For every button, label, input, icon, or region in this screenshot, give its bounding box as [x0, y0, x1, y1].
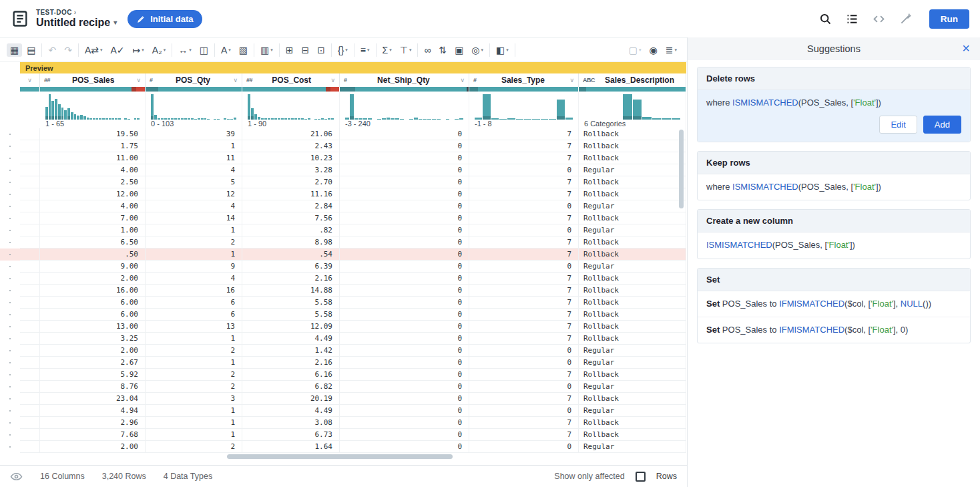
table-row[interactable]: 2.6712.1600Regular [20, 357, 686, 369]
close-icon[interactable]: × [962, 40, 970, 56]
row-select-cell[interactable] [20, 369, 40, 380]
table-row[interactable]: 9.0096.3900Regular [20, 261, 686, 273]
column-header-Net_Ship_Qty[interactable]: #Net_Ship_Qty∨ [340, 73, 469, 87]
cell-POS_Qty[interactable]: 1 [146, 429, 242, 440]
table-row[interactable]: 2.0042.1607Rollback [20, 273, 686, 285]
cell-Sales_Description[interactable]: Rollback [579, 176, 686, 188]
row-select-cell[interactable] [20, 393, 40, 404]
cell-Net_Ship_Qty[interactable]: 0 [340, 333, 469, 344]
row-select-cell[interactable] [20, 309, 40, 320]
cell-Sales_Description[interactable]: Regular [579, 261, 686, 272]
row-select-cell[interactable] [20, 212, 40, 224]
cell-Sales_Type[interactable]: 7 [469, 297, 579, 308]
cell-POS_Cost[interactable]: 3.08 [242, 417, 340, 428]
cell-POS_Qty[interactable]: 3 [146, 393, 242, 404]
histogram-POS_Qty[interactable]: 0 - 103 [146, 92, 242, 128]
cell-Sales_Description[interactable]: Rollback [579, 236, 686, 248]
cell-POS_Qty[interactable]: 4 [146, 164, 242, 176]
cell-POS_Cost[interactable]: 2.84 [242, 200, 340, 212]
column-menu-icon[interactable]: ∨ [136, 77, 141, 84]
column-header-Sales_Type[interactable]: #Sales_Type∨ [469, 73, 579, 87]
cell-Sales_Description[interactable]: Regular [579, 357, 686, 368]
row-select-cell[interactable] [20, 164, 40, 176]
cell-POS_Sales[interactable]: 4.00 [40, 200, 146, 212]
suggestion-item[interactable]: where ISMISMATCHED(POS_Sales, ['Float'])… [698, 90, 970, 142]
cell-Sales_Type[interactable]: 7 [469, 128, 579, 140]
cell-POS_Cost[interactable]: 6.39 [242, 261, 340, 272]
target-button[interactable]: ◎▾ [468, 43, 487, 57]
table-row[interactable]: 6.0065.5807Rollback [20, 297, 686, 309]
cell-Sales_Description[interactable]: Rollback [579, 152, 686, 164]
histogram-Sales_Description[interactable]: 6 Categories [579, 92, 686, 128]
row-select-cell[interactable] [20, 236, 40, 248]
row-select-cell[interactable] [20, 297, 40, 308]
cell-Net_Ship_Qty[interactable]: 0 [340, 164, 469, 176]
cell-Net_Ship_Qty[interactable]: 0 [340, 381, 469, 392]
eye-icon[interactable] [10, 470, 23, 483]
cell-POS_Sales[interactable]: 5.92 [40, 369, 146, 380]
column-header-POS_Qty[interactable]: #POS_Qty∨ [146, 73, 242, 87]
cell-Sales_Description[interactable]: Regular [579, 405, 686, 416]
row-select-cell[interactable] [20, 285, 40, 296]
cell-POS_Cost[interactable]: 4.49 [242, 405, 340, 416]
cell-POS_Qty[interactable]: 1 [146, 249, 242, 260]
row-select-cell[interactable] [20, 176, 40, 188]
cell-Sales_Type[interactable]: 0 [469, 405, 579, 416]
row-select-cell[interactable] [20, 321, 40, 332]
cell-POS_Sales[interactable]: 23.04 [40, 393, 146, 404]
cell-POS_Cost[interactable]: 5.58 [242, 309, 340, 320]
cell-Sales_Type[interactable]: 7 [469, 212, 579, 224]
cell-Sales_Description[interactable]: Rollback [579, 285, 686, 296]
cell-Net_Ship_Qty[interactable]: 0 [340, 357, 469, 368]
cell-Sales_Description[interactable]: Rollback [579, 128, 686, 140]
cell-POS_Cost[interactable]: 8.98 [242, 236, 340, 248]
cell-Sales_Description[interactable]: Rollback [579, 369, 686, 380]
vertical-scrollbar[interactable] [679, 130, 684, 208]
cell-Net_Ship_Qty[interactable]: 0 [340, 369, 469, 380]
table-row[interactable]: 2.9613.0807Rollback [20, 417, 686, 429]
cell-POS_Qty[interactable]: 1 [146, 140, 242, 152]
rows-checkbox[interactable] [636, 472, 646, 482]
cell-POS_Cost[interactable]: 2.70 [242, 176, 340, 188]
row-select-cell[interactable] [20, 381, 40, 392]
cell-POS_Cost[interactable]: 20.19 [242, 393, 340, 404]
cell-POS_Cost[interactable]: 2.16 [242, 273, 340, 284]
cell-Net_Ship_Qty[interactable]: 0 [340, 345, 469, 356]
table-row[interactable]: 4.0042.8400Regular [20, 200, 686, 212]
table-row[interactable]: 2.5052.7007Rollback [20, 176, 686, 188]
cell-Sales_Type[interactable]: 7 [469, 285, 579, 296]
suggestion-item[interactable]: ISMISMATCHED(POS_Sales, ['Float']) [698, 232, 970, 258]
split-column-button[interactable]: ↔▾ [175, 43, 195, 57]
cell-POS_Qty[interactable]: 11 [146, 152, 242, 164]
insert-column-button[interactable]: ⊞ [282, 43, 297, 57]
cell-POS_Sales[interactable]: 9.00 [40, 261, 146, 272]
cell-Net_Ship_Qty[interactable]: 0 [340, 261, 469, 272]
cell-POS_Sales[interactable]: 2.50 [40, 176, 146, 188]
cell-POS_Cost[interactable]: 1.64 [242, 441, 340, 452]
cell-POS_Qty[interactable]: 1 [146, 405, 242, 416]
row-select-cell[interactable] [20, 273, 40, 284]
cell-POS_Qty[interactable]: 9 [146, 261, 242, 272]
cell-Sales_Type[interactable]: 0 [469, 345, 579, 356]
cell-Sales_Description[interactable]: Rollback [579, 417, 686, 428]
cell-Sales_Description[interactable]: Rollback [579, 273, 686, 284]
cell-Sales_Type[interactable]: 7 [469, 309, 579, 320]
quality-bar-Sales_Type[interactable] [469, 87, 579, 92]
cell-POS_Cost[interactable]: 4.49 [242, 333, 340, 344]
cell-POS_Sales[interactable]: 8.76 [40, 381, 146, 392]
page-title[interactable]: Untitled recipe▾ [36, 17, 117, 29]
cell-Net_Ship_Qty[interactable]: 0 [340, 224, 469, 236]
replace-values-button[interactable]: A⇄▾ [81, 43, 106, 57]
table-row[interactable]: 13.001312.0907Rollback [20, 321, 686, 333]
cell-POS_Cost[interactable]: 11.16 [242, 188, 340, 200]
filter-rows-button[interactable]: ≡▾ [357, 43, 373, 57]
cell-POS_Qty[interactable]: 14 [146, 212, 242, 224]
wand-icon[interactable] [899, 11, 913, 26]
edit-button[interactable]: Edit [879, 116, 917, 134]
select-all-header[interactable]: ∨ [20, 73, 40, 87]
cell-POS_Sales[interactable]: 4.00 [40, 164, 146, 176]
cell-POS_Sales[interactable]: 13.00 [40, 321, 146, 332]
cell-Sales_Type[interactable]: 7 [469, 236, 579, 248]
fill-values-button[interactable]: ▧ [236, 43, 251, 57]
cell-Net_Ship_Qty[interactable]: 0 [340, 393, 469, 404]
